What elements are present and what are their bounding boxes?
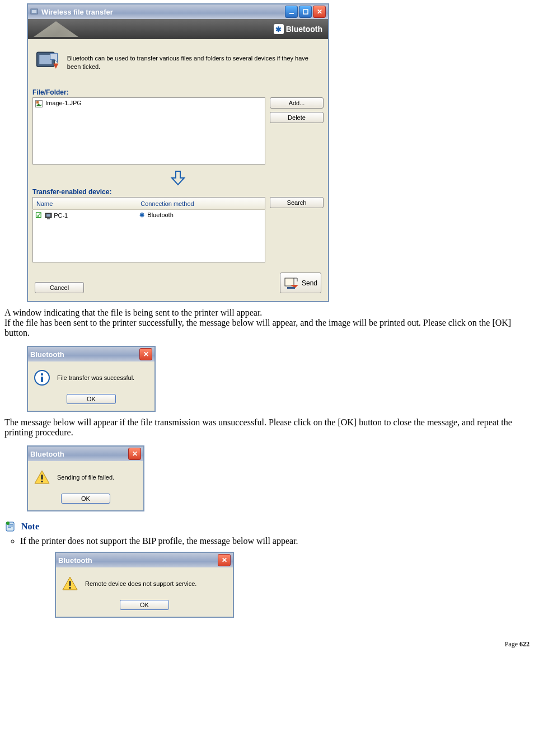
dialog-success: Bluetooth ✕ File transfer was successful… — [27, 346, 156, 412]
file-name: Image-1.JPG — [45, 100, 82, 106]
window-titlebar[interactable]: Wireless file transfer ✕ — [28, 4, 328, 19]
dialog-bip-titlebar[interactable]: Bluetooth ✕ — [56, 553, 233, 567]
wireless-transfer-window: Wireless file transfer ✕ ✱ Bluetooth — [27, 3, 329, 302]
note-item: If the printer does not support the BIP … — [20, 536, 530, 546]
col-conn-header[interactable]: Connection method — [137, 198, 265, 210]
computer-icon — [45, 213, 52, 219]
svg-rect-7 — [36, 101, 39, 104]
svg-rect-10 — [47, 218, 50, 219]
svg-rect-11 — [285, 278, 294, 286]
banner-graphic — [34, 21, 78, 37]
svg-rect-20 — [69, 581, 71, 586]
svg-point-19 — [6, 522, 10, 525]
paragraph-fail: The message below will appear if the fil… — [4, 417, 530, 438]
dialog-fail-close[interactable]: ✕ — [128, 448, 141, 460]
brand-banner: ✱ Bluetooth — [28, 19, 328, 39]
svg-point-14 — [41, 373, 43, 375]
dialog-bip-ok[interactable]: OK — [120, 600, 169, 610]
device-name: PC-1 — [54, 212, 68, 219]
maximize-button[interactable] — [299, 6, 312, 18]
transfer-graphic-icon — [35, 48, 62, 77]
add-button[interactable]: Add... — [270, 97, 324, 109]
intro-text: Bluetooth can be used to transfer variou… — [67, 54, 321, 72]
col-name-header[interactable]: Name — [33, 198, 138, 210]
dialog-fail-titlebar[interactable]: Bluetooth ✕ — [28, 447, 143, 461]
delete-button[interactable]: Delete — [270, 112, 324, 123]
dialog-bip-close[interactable]: ✕ — [218, 554, 231, 566]
dialog-fail-title: Bluetooth — [30, 450, 64, 458]
svg-point-17 — [41, 481, 43, 483]
device-row[interactable]: ☑ PC-1 ✱ Bluetooth — [33, 210, 265, 221]
svg-rect-3 — [303, 10, 308, 14]
device-conn-method: Bluetooth — [147, 212, 173, 218]
dialog-success-ok[interactable]: OK — [67, 394, 116, 404]
svg-point-21 — [69, 587, 71, 589]
note-heading: Note — [4, 520, 530, 533]
file-folder-label: File/Folder: — [32, 88, 324, 96]
arrow-down-icon — [32, 170, 324, 187]
svg-rect-2 — [289, 13, 294, 14]
svg-rect-1 — [32, 10, 36, 13]
window-title: Wireless file transfer — [41, 8, 113, 16]
page-number: Page 622 — [4, 640, 530, 649]
banner-label: Bluetooth — [286, 25, 322, 34]
dialog-success-titlebar[interactable]: Bluetooth ✕ — [28, 347, 154, 361]
send-icon — [284, 275, 301, 291]
svg-rect-5 — [39, 55, 51, 64]
minimize-button[interactable] — [285, 6, 298, 18]
check-icon[interactable]: ☑ — [35, 211, 42, 219]
dialog-fail-msg: Sending of file failed. — [57, 474, 114, 481]
warning-icon — [62, 575, 78, 592]
info-icon — [34, 369, 50, 386]
note-label: Note — [21, 522, 39, 532]
send-label: Send — [302, 279, 317, 287]
close-button[interactable]: ✕ — [313, 6, 326, 18]
svg-rect-9 — [46, 214, 50, 217]
dialog-fail: Bluetooth ✕ Sending of file failed. OK — [27, 445, 144, 511]
dialog-success-title: Bluetooth — [30, 350, 64, 359]
dialog-success-close[interactable]: ✕ — [139, 348, 152, 360]
transfer-device-label: Transfer-enabled device: — [32, 188, 324, 196]
paragraph-sending: A window indicating that the file is bei… — [4, 308, 530, 338]
dialog-bip-title: Bluetooth — [58, 556, 92, 565]
svg-rect-12 — [287, 287, 295, 289]
svg-rect-15 — [41, 377, 43, 382]
svg-rect-16 — [41, 475, 43, 480]
file-list-item[interactable]: Image-1.JPG — [35, 100, 263, 107]
bluetooth-icon: ✱ — [274, 24, 284, 34]
image-file-icon — [35, 100, 43, 107]
send-button[interactable]: Send — [280, 273, 321, 293]
app-icon — [30, 7, 39, 16]
cancel-button[interactable]: Cancel — [35, 282, 84, 293]
dialog-fail-ok[interactable]: OK — [61, 494, 110, 504]
note-icon — [4, 520, 17, 533]
dialog-bip: Bluetooth ✕ Remote device does not suppo… — [55, 552, 234, 618]
bluetooth-small-icon: ✱ — [139, 212, 144, 218]
device-table: Name Connection method ☑ PC-1 ✱ — [32, 197, 265, 262]
dialog-success-msg: File transfer was successful. — [57, 374, 134, 381]
warning-icon — [34, 469, 50, 486]
search-button[interactable]: Search — [270, 197, 324, 208]
file-list[interactable]: Image-1.JPG — [32, 97, 265, 165]
dialog-bip-msg: Remote device does not support service. — [85, 580, 196, 587]
